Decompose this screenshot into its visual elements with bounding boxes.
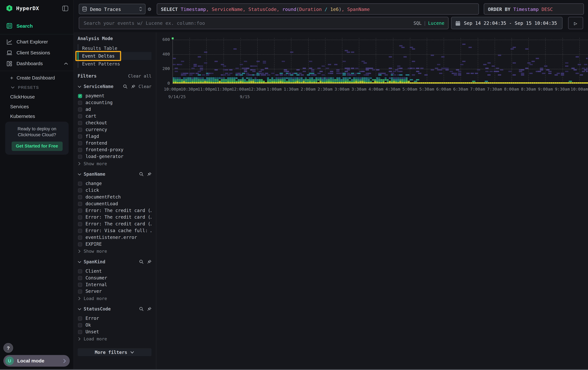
search-icon[interactable] [139, 172, 144, 177]
checkbox[interactable] [78, 330, 82, 334]
checkbox[interactable] [78, 195, 82, 199]
checkbox[interactable] [78, 229, 82, 233]
run-query-button[interactable]: ▷ [568, 17, 583, 29]
help-button[interactable]: ? [3, 343, 13, 353]
filter-section-title[interactable]: SpanKind [84, 259, 136, 264]
pin-icon[interactable] [147, 260, 151, 264]
checkbox[interactable] [78, 235, 82, 240]
bottom-scrollbar[interactable] [0, 369, 588, 370]
checkbox[interactable] [78, 134, 82, 139]
filter-item[interactable]: ✓ payment [78, 92, 151, 99]
checkbox[interactable] [78, 316, 82, 320]
analysis-mode-item[interactable]: Event Deltas [78, 52, 151, 60]
checkbox[interactable] [78, 141, 82, 145]
checkbox[interactable] [78, 121, 82, 125]
sidebar-item-services[interactable]: Services [0, 101, 74, 111]
filter-item[interactable]: Error: Visa cache full: … [78, 227, 151, 234]
local-mode-button[interactable]: U Local mode [3, 355, 70, 367]
heatmap-canvas[interactable] [172, 38, 588, 83]
checkbox[interactable] [78, 323, 82, 327]
checkbox[interactable] [78, 202, 82, 206]
pin-icon[interactable] [131, 84, 136, 89]
checkbox[interactable] [78, 282, 82, 287]
checkbox[interactable] [78, 289, 82, 293]
filter-item[interactable]: Ok [78, 322, 151, 329]
search-icon[interactable] [123, 84, 128, 89]
chevron-down-icon[interactable] [78, 308, 81, 310]
order-by-editor[interactable]: ORDER BY Timestamp DESC [484, 3, 584, 15]
chevron-down-icon[interactable] [78, 173, 81, 175]
show-more-link[interactable]: Load more [78, 296, 151, 301]
filter-item[interactable]: Consumer [78, 274, 151, 281]
filter-item[interactable]: currency [78, 126, 151, 133]
date-range-picker[interactable]: Sep 14 22:04:35 - Sep 15 10:04:35 [451, 17, 563, 29]
sidebar-item-kubernetes[interactable]: Kubernetes [0, 111, 74, 121]
create-dashboard-button[interactable]: + Create Dashboard [0, 73, 74, 83]
chevron-down-icon[interactable] [78, 260, 81, 263]
checkbox[interactable] [78, 148, 82, 152]
chevron-down-icon[interactable] [78, 85, 81, 88]
filter-item[interactable]: Internal [78, 281, 151, 288]
pin-icon[interactable] [147, 172, 151, 177]
filter-item[interactable]: Unset [78, 329, 151, 335]
filter-item[interactable]: documentLoad [78, 200, 151, 207]
analysis-mode-item[interactable]: Results Table [78, 44, 151, 52]
filter-item[interactable]: Error: The credit card (… [78, 220, 151, 227]
clear-filter-link[interactable]: Clear [138, 84, 151, 89]
checkbox[interactable] [78, 208, 82, 212]
sidebar-item-client-sessions[interactable]: Client Sessions [0, 47, 74, 58]
checkbox[interactable] [78, 128, 82, 132]
filter-item[interactable]: flagd [78, 133, 151, 140]
show-more-link[interactable]: Show more [78, 248, 151, 254]
filter-item[interactable]: load-generator [78, 153, 151, 160]
checkbox[interactable] [78, 188, 82, 192]
clear-all-link[interactable]: Clear all [128, 73, 151, 79]
filter-item[interactable]: change [78, 180, 151, 187]
filter-item[interactable]: documentFetch [78, 194, 151, 200]
show-more-link[interactable]: Show more [78, 161, 151, 167]
checkbox[interactable] [78, 242, 82, 246]
filter-item[interactable]: EXPIRE [78, 241, 151, 248]
source-select[interactable]: Demo Traces [79, 4, 146, 14]
checkbox[interactable] [78, 276, 82, 280]
checkbox[interactable] [78, 181, 82, 186]
filter-item[interactable]: frontend-proxy [78, 146, 151, 153]
filter-item[interactable]: frontend [78, 140, 151, 146]
filter-section-title[interactable]: StatusCode [84, 306, 136, 312]
lucene-mode-toggle[interactable]: Lucene [428, 20, 444, 26]
filter-item[interactable]: Error [78, 315, 151, 322]
filter-item[interactable]: Error: The credit card (… [78, 214, 151, 220]
checkbox[interactable]: ✓ [78, 94, 82, 98]
checkbox[interactable] [78, 107, 82, 111]
filter-item[interactable]: accounting [78, 99, 151, 106]
presets-toggle[interactable]: PRESETS [0, 83, 74, 92]
checkbox[interactable] [78, 154, 82, 159]
filter-item[interactable]: Client [78, 268, 151, 274]
get-started-button[interactable]: Get Started for Free [11, 141, 63, 151]
filter-item[interactable]: eventListener.error [78, 234, 151, 241]
pin-icon[interactable] [147, 307, 151, 311]
sidebar-item-clickhouse[interactable]: ClickHouse [0, 92, 74, 101]
filter-item[interactable]: click [78, 187, 151, 194]
filter-section-title[interactable]: ServiceName [84, 84, 120, 89]
search-icon[interactable] [139, 307, 144, 311]
filter-item[interactable]: Server [78, 288, 151, 295]
search-bar[interactable]: SQL | Lucene [79, 17, 448, 29]
sql-mode-toggle[interactable]: SQL [413, 20, 422, 26]
sql-select-editor[interactable]: SELECT Timestamp, ServiceName, StatusCod… [157, 3, 479, 15]
search-icon[interactable] [139, 260, 144, 264]
filter-item[interactable]: cart [78, 113, 151, 120]
sidebar-item-dashboards[interactable]: Dashboards [0, 58, 74, 69]
sidebar-item-search[interactable]: Search [0, 20, 74, 32]
analysis-mode-item[interactable]: Event Patterns [78, 60, 151, 68]
sidebar-item-chart-explorer[interactable]: Chart Explorer [0, 36, 74, 47]
more-filters-button[interactable]: More filters [78, 348, 151, 356]
gear-icon[interactable]: ⚙ [148, 5, 151, 13]
search-input[interactable] [83, 20, 414, 26]
filter-item[interactable]: checkout [78, 120, 151, 126]
checkbox[interactable] [78, 215, 82, 219]
chevron-up-icon[interactable] [64, 62, 68, 65]
checkbox[interactable] [78, 100, 82, 105]
filter-item[interactable]: ad [78, 106, 151, 113]
filter-section-title[interactable]: SpanName [84, 171, 136, 177]
